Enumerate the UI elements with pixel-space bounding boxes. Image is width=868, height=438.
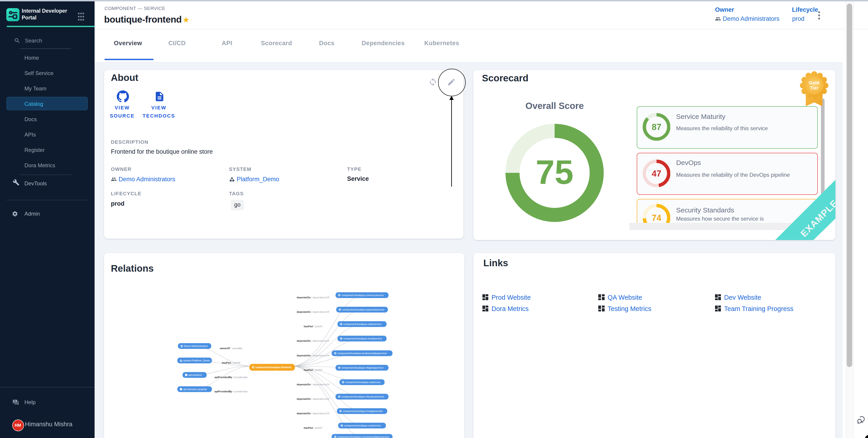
svg-text:system:Platform_Demo: system:Platform_Demo bbox=[183, 359, 210, 362]
svg-text:component:boutique-frontend: component:boutique-frontend bbox=[255, 366, 291, 368]
svg-text:apiProvidedBy / providesApi: apiProvidedBy / providesApi bbox=[215, 376, 248, 378]
svg-text:api:starwars-graphql: api:starwars-graphql bbox=[183, 388, 207, 390]
svg-text:component:boutique-checkoutser: component:boutique-checkoutservice bbox=[341, 395, 384, 398]
svg-text:component:boutique-loadgenerat: component:boutique-loadgenerator bbox=[343, 409, 383, 412]
svg-text:?: ? bbox=[14, 400, 16, 403]
svg-text:component:boutique-adservice: component:boutique-adservice bbox=[345, 380, 381, 383]
svg-text:component:boutique-recommendat: component:boutique-recommendationservice bbox=[338, 435, 389, 438]
svg-text:hasPart / partOf: hasPart / partOf bbox=[304, 368, 322, 371]
svg-text:component:boutique-emailservic: component:boutique-emailservice bbox=[343, 337, 382, 340]
svg-text:dependsOn / dependencyOf: dependsOn / dependencyOf bbox=[297, 412, 330, 414]
svg-text:component:boutique-redisservic: component:boutique-redisservice bbox=[343, 323, 381, 325]
svg-text:component:boutique-currencyser: component:boutique-currencyservice bbox=[341, 294, 384, 296]
svg-text:component:boutique-productcata: component:boutique-productcatalogservice bbox=[338, 352, 387, 355]
svg-text:hasPart / partOf: hasPart / partOf bbox=[304, 426, 322, 429]
svg-text:dependsOn / dependencyOf: dependsOn / dependencyOf bbox=[297, 310, 330, 313]
svg-text:component:boutique-cartservice: component:boutique-cartservice bbox=[344, 424, 381, 427]
svg-text:dependsOn / dependencyOf: dependsOn / dependencyOf bbox=[297, 354, 330, 357]
svg-text:component:boutique-shippingser: component:boutique-shippingservice bbox=[341, 366, 383, 369]
svg-text:hasPart / partOf: hasPart / partOf bbox=[222, 361, 240, 364]
svg-text:dependsOn / dependencyOf: dependsOn / dependencyOf bbox=[297, 339, 330, 342]
svg-text:dependsOn / dependencyOf: dependsOn / dependencyOf bbox=[297, 397, 330, 400]
svg-text:api:petstore: api:petstore bbox=[188, 373, 202, 376]
svg-text:dependsOn / dependencyOf: dependsOn / dependencyOf bbox=[297, 296, 330, 299]
svg-text:dependsOn / dependencyOf: dependsOn / dependencyOf bbox=[297, 383, 330, 385]
svg-text:component:boutique-paymentserv: component:boutique-paymentservice bbox=[342, 308, 384, 311]
svg-text:apiProvidedBy / providesApi: apiProvidedBy / providesApi bbox=[215, 390, 248, 393]
svg-text:ownerOf / ownedBy: ownerOf / ownedBy bbox=[220, 347, 243, 349]
svg-text:Gold: Gold bbox=[809, 80, 819, 85]
svg-text:Tier: Tier bbox=[810, 85, 818, 90]
svg-text:hasPart / partOf: hasPart / partOf bbox=[304, 325, 322, 328]
svg-text:Demo Administrators: Demo Administrators bbox=[184, 344, 208, 347]
